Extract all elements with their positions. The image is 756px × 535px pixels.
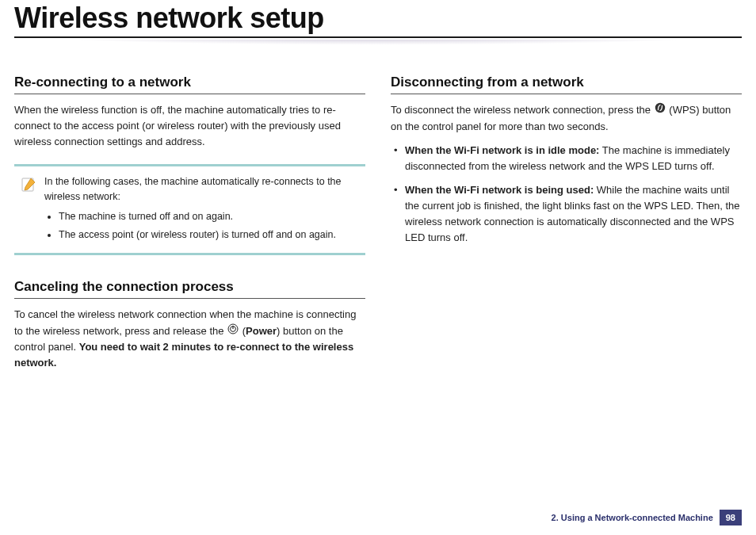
svg-point-4 [655,103,664,113]
title-bar: Wireless network setup [14,0,742,38]
manual-page: Wireless network setup Re-connecting to … [0,0,756,535]
paragraph-cancel: To cancel the wireless network connectio… [14,307,365,371]
right-column: Disconnecting from a network To disconne… [391,60,742,379]
heading-cancel: Canceling the connection process [14,279,365,299]
content-columns: Re-connecting to a network When the wire… [14,60,742,379]
note-list: The machine is turned off and on again. … [44,209,359,243]
paragraph-disconnect: To disconnect the wireless network conne… [391,102,742,135]
power-label: Power [246,325,277,337]
wps-icon [655,102,666,118]
note-body: In the following cases, the machine auto… [44,174,359,245]
power-icon [227,323,239,339]
note-intro: In the following cases, the machine auto… [44,176,342,202]
disconnect-list: When the Wi-Fi network is in idle mode: … [391,143,742,246]
page-title: Wireless network setup [14,2,742,35]
bullet-bold: When the Wi-Fi network is being used: [405,184,594,196]
left-column: Re-connecting to a network When the wire… [14,60,365,379]
list-item: When the Wi-Fi network is in idle mode: … [391,143,742,174]
list-item: When the Wi-Fi network is being used: Wh… [391,182,742,246]
bullet-bold: When the Wi-Fi network is in idle mode: [405,144,599,156]
title-shadow [14,40,742,51]
note-icon [21,176,36,245]
paragraph-reconnect: When the wireless function is off, the m… [14,102,365,150]
heading-disconnect: Disconnecting from a network [391,75,742,94]
page-footer: 2. Using a Network-connected Machine 98 [552,510,742,525]
note-item: The machine is turned off and on again. [59,209,359,224]
note-item: The access point (or wireless router) is… [59,227,359,243]
heading-reconnect: Re-connecting to a network [14,75,365,94]
disc-text-1: To disconnect the wireless network conne… [391,104,654,116]
page-number: 98 [720,510,742,525]
chapter-label: 2. Using a Network-connected Machine [552,513,713,522]
note-box: In the following cases, the machine auto… [14,164,365,255]
